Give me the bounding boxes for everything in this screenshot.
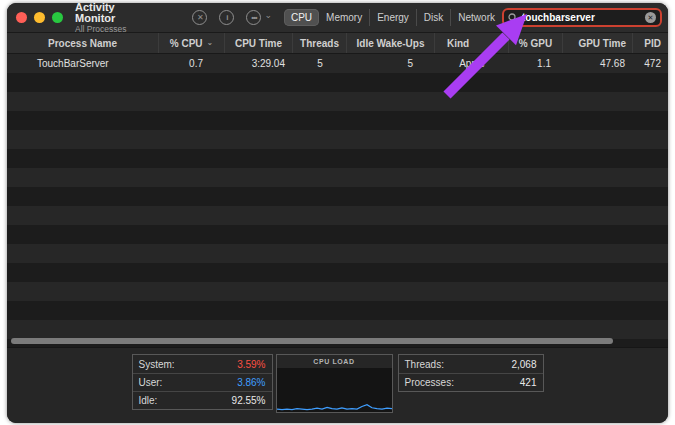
quit-process-button[interactable]: ✕ bbox=[192, 10, 207, 25]
more-options-button[interactable]: ••• ⌄ bbox=[246, 10, 272, 25]
search-input[interactable] bbox=[522, 12, 641, 23]
info-circle-icon: i bbox=[219, 10, 234, 25]
table-header: Process Name % CPU⌄ CPU Time Threads Idl… bbox=[7, 33, 668, 54]
cpu-load-title: CPU LOAD bbox=[277, 355, 392, 368]
inspect-process-button[interactable]: i bbox=[219, 10, 234, 25]
user-value: 3.86% bbox=[237, 377, 265, 388]
search-field[interactable]: ✕ bbox=[502, 8, 662, 27]
chevron-down-icon: ⌄ bbox=[264, 11, 272, 20]
column-label: PID bbox=[644, 38, 661, 49]
system-label: System: bbox=[139, 359, 175, 370]
cell-kind: Apple bbox=[435, 54, 509, 73]
x-circle-icon: ✕ bbox=[192, 10, 207, 25]
cell-pid: 472 bbox=[633, 54, 668, 73]
cell-cpu: 0.7 bbox=[159, 54, 225, 73]
column-label: GPU Time bbox=[578, 38, 626, 49]
column-header-process-name[interactable]: Process Name bbox=[7, 33, 159, 53]
column-label: CPU Time bbox=[235, 38, 282, 49]
column-header-gpu-time[interactable]: GPU Time bbox=[563, 33, 633, 53]
column-label: % CPU bbox=[170, 38, 203, 49]
cell-gpu: 1.1 bbox=[509, 54, 563, 73]
tab-memory[interactable]: Memory bbox=[319, 9, 369, 26]
table-row-touchbarserver[interactable]: TouchBarServer 0.7 3:29.04 5 5 Apple 1.1… bbox=[7, 54, 668, 73]
column-header-idle-wake-ups[interactable]: Idle Wake-Ups bbox=[347, 33, 435, 53]
clear-search-icon[interactable]: ✕ bbox=[645, 12, 656, 23]
threads-row: Threads: 2,068 bbox=[399, 355, 543, 373]
idle-value: 92.55% bbox=[232, 395, 266, 406]
processes-row: Processes: 421 bbox=[399, 373, 543, 391]
column-label: Idle Wake-Ups bbox=[357, 38, 425, 49]
column-label: % GPU bbox=[519, 38, 552, 49]
title-block: Activity Monitor All Processes bbox=[75, 3, 156, 34]
cell-process-name: TouchBarServer bbox=[7, 54, 159, 73]
cpu-load-graph bbox=[277, 368, 392, 412]
process-table-body: TouchBarServer 0.7 3:29.04 5 5 Apple 1.1… bbox=[7, 54, 668, 347]
threads-label: Threads: bbox=[405, 359, 444, 370]
zoom-window-button[interactable] bbox=[52, 12, 63, 23]
screenshot-page: Activity Monitor All Processes ✕ i ••• ⌄… bbox=[0, 0, 675, 425]
cpu-usage-stats-box: System: 3.59% User: 3.86% Idle: 92.55% bbox=[132, 354, 273, 410]
cell-cpu-time: 3:29.04 bbox=[225, 54, 293, 73]
cell-idle-wake-ups: 5 bbox=[347, 54, 435, 73]
idle-label: Idle: bbox=[139, 395, 158, 406]
threads-value: 2,068 bbox=[511, 359, 536, 370]
column-label: Process Name bbox=[48, 38, 117, 49]
tab-cpu[interactable]: CPU bbox=[284, 9, 319, 26]
cpu-load-sparkline bbox=[277, 368, 392, 412]
column-header-cpu[interactable]: % CPU⌄ bbox=[159, 33, 225, 53]
processes-value: 421 bbox=[520, 377, 537, 388]
processes-label: Processes: bbox=[405, 377, 454, 388]
idle-usage-row: Idle: 92.55% bbox=[133, 391, 272, 409]
minimize-window-button[interactable] bbox=[34, 12, 45, 23]
system-value: 3.59% bbox=[237, 359, 265, 370]
view-tabs: CPU Memory Energy Disk Network bbox=[284, 8, 502, 28]
activity-monitor-window: Activity Monitor All Processes ✕ i ••• ⌄… bbox=[7, 3, 668, 423]
window-title: Activity Monitor bbox=[75, 3, 156, 25]
window-controls bbox=[16, 12, 63, 23]
tab-disk[interactable]: Disk bbox=[416, 9, 450, 26]
thread-process-counts-box: Threads: 2,068 Processes: 421 bbox=[398, 354, 544, 392]
column-header-kind[interactable]: Kind bbox=[435, 33, 509, 53]
ellipsis-circle-icon: ••• bbox=[246, 10, 261, 25]
user-label: User: bbox=[139, 377, 163, 388]
system-usage-row: System: 3.59% bbox=[133, 355, 272, 373]
search-icon bbox=[508, 13, 518, 23]
tab-energy[interactable]: Energy bbox=[369, 9, 416, 26]
column-header-gpu[interactable]: % GPU bbox=[509, 33, 563, 53]
toolbar-buttons: ✕ i ••• ⌄ bbox=[192, 10, 272, 25]
column-header-threads[interactable]: Threads bbox=[293, 33, 347, 53]
column-label: Kind bbox=[447, 38, 469, 49]
user-usage-row: User: 3.86% bbox=[133, 373, 272, 391]
cpu-load-box: CPU LOAD bbox=[276, 354, 393, 413]
column-label: Threads bbox=[300, 38, 339, 49]
sort-chevron-icon: ⌄ bbox=[207, 38, 214, 47]
cell-threads: 5 bbox=[293, 54, 347, 73]
status-footer: System: 3.59% User: 3.86% Idle: 92.55% C… bbox=[7, 347, 668, 423]
close-window-button[interactable] bbox=[16, 12, 27, 23]
tab-network[interactable]: Network bbox=[450, 9, 502, 26]
cell-gpu-time: 47.68 bbox=[563, 54, 633, 73]
column-header-pid[interactable]: PID bbox=[633, 33, 668, 53]
horizontal-scrollbar[interactable] bbox=[11, 338, 613, 344]
column-header-cpu-time[interactable]: CPU Time bbox=[225, 33, 293, 53]
titlebar: Activity Monitor All Processes ✕ i ••• ⌄… bbox=[7, 3, 668, 33]
